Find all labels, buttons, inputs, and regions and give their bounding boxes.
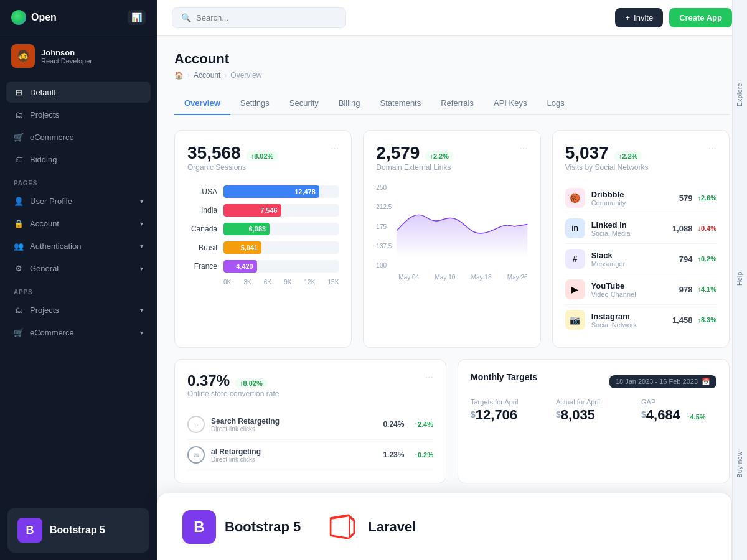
invite-button[interactable]: + Invite xyxy=(615,8,663,27)
home-icon[interactable]: 🏠 xyxy=(174,71,184,80)
search-input[interactable] xyxy=(196,13,337,22)
tab-api-keys[interactable]: API Keys xyxy=(484,92,537,115)
bootstrap-name: Bootstrap 5 xyxy=(225,519,301,535)
card-menu-icon[interactable]: ··· xyxy=(708,143,716,154)
tech-card: B Bootstrap 5 xyxy=(7,508,149,553)
bar-row: India 7,546 xyxy=(187,204,339,217)
laravel-tech: Laravel xyxy=(326,510,416,544)
cart-icon: 🛒 xyxy=(14,327,24,337)
sidebar-item-user-profile[interactable]: 👤 User Profile ▾ xyxy=(6,190,151,212)
plus-icon: + xyxy=(625,13,630,22)
tab-security[interactable]: Security xyxy=(280,92,329,115)
monthly-title: Monthly Targets xyxy=(471,372,537,382)
gap-metric: GAP $4,684 ↑4.5% xyxy=(641,398,716,423)
bootstrap-label: Bootstrap 5 xyxy=(50,525,105,536)
monthly-targets-card: Monthly Targets 18 Jan 2023 - 16 Feb 202… xyxy=(458,359,730,483)
sidebar-item-label: User Profile xyxy=(30,197,72,206)
bootstrap-icon: B xyxy=(17,518,42,543)
bar-row: USA 12,478 xyxy=(187,185,339,198)
retargeting-list: ○ Search Retargeting Direct link clicks … xyxy=(187,409,433,470)
tab-statements[interactable]: Statements xyxy=(370,92,431,115)
breadcrumb-parent[interactable]: Account xyxy=(194,71,220,80)
bar-row: France 4,420 xyxy=(187,260,339,273)
sidebar-item-general[interactable]: ⚙ General ▾ xyxy=(6,258,151,279)
sidebar-item-label: eCommerce xyxy=(30,133,74,142)
bootstrap-tech: B Bootstrap 5 xyxy=(182,510,301,544)
retargeting-row-2: ✉ al Retargeting Direct link clicks 1.23… xyxy=(187,440,433,470)
user-role: React Developer xyxy=(41,57,92,65)
create-app-button[interactable]: Create App xyxy=(669,8,732,27)
apps-label: APPS xyxy=(6,280,151,299)
tab-referrals[interactable]: Referrals xyxy=(431,92,484,115)
sidebar-item-ecommerce[interactable]: 🛒 eCommerce xyxy=(6,126,151,147)
social-list: 🏀 Dribbble Community 579 ↑2.6% xyxy=(565,183,716,335)
conversion-label: Online store convertion rate xyxy=(187,390,279,398)
page-title: Account xyxy=(174,51,730,67)
sidebar-item-ecommerce-app[interactable]: 🛒 eCommerce ▾ xyxy=(6,322,151,343)
search-box[interactable]: 🔍 xyxy=(172,7,346,28)
retargeting-icon: ○ xyxy=(187,416,205,433)
domain-links-value: 2,579 xyxy=(376,143,420,163)
line-chart-svg xyxy=(397,183,527,270)
sidebar-chart-btn[interactable]: 📊 xyxy=(128,10,146,25)
user-icon: 👤 xyxy=(14,196,24,206)
youtube-icon: ▶ xyxy=(565,279,585,299)
content-area: Account 🏠 › Account › Overview Overview … xyxy=(157,36,747,560)
tab-overview[interactable]: Overview xyxy=(174,92,230,115)
sidebar-header: Open 📊 xyxy=(0,0,157,35)
laravel-icon xyxy=(326,510,359,544)
card-menu-icon[interactable]: ··· xyxy=(425,372,433,383)
create-label: Create App xyxy=(679,13,722,22)
tech-banner: B Bootstrap 5 Laravel xyxy=(157,493,732,560)
buy-now-label[interactable]: Buy now xyxy=(736,451,743,478)
domain-links-change: ↑2.2% xyxy=(425,151,454,161)
chevron-icon: ▾ xyxy=(140,220,143,227)
bar-row: Canada 6,083 xyxy=(187,223,339,235)
domain-links-card: 2,579 ↑2.2% Domain External Links ··· 25… xyxy=(363,130,540,348)
card-menu-icon[interactable]: ··· xyxy=(519,143,527,154)
help-label[interactable]: Help xyxy=(736,271,743,286)
slack-icon: # xyxy=(565,249,585,269)
sidebar-item-bidding[interactable]: 🏷 Bidding xyxy=(6,149,151,170)
social-visits-change: ↑2.2% xyxy=(614,151,643,161)
chevron-icon: ▾ xyxy=(140,243,143,250)
topbar-actions: + Invite Create App xyxy=(615,8,732,27)
actual-metric: Actual for April $8,035 xyxy=(556,398,631,423)
pages-label: PAGES xyxy=(6,171,151,190)
logo-icon xyxy=(11,10,26,25)
linkedin-icon: in xyxy=(565,218,585,238)
sidebar: Open 📊 🧔 Johnson React Developer ⊞ Defau… xyxy=(0,0,157,560)
laravel-name: Laravel xyxy=(368,519,416,535)
search-icon: 🔍 xyxy=(181,13,191,22)
explore-label[interactable]: Explore xyxy=(736,83,743,106)
retargeting-row: ○ Search Retargeting Direct link clicks … xyxy=(187,409,433,440)
conversion-card: 0.37% ↑8.02% Online store convertion rat… xyxy=(174,359,446,483)
chevron-icon: ▾ xyxy=(140,198,143,205)
social-row-youtube: ▶ YouTube Video Channel 978 ↑4.1% xyxy=(565,274,716,305)
sidebar-item-authentication[interactable]: 👥 Authentication ▾ xyxy=(6,235,151,256)
social-row-linkedin: in Linked In Social Media 1,088 ↓0.4% xyxy=(565,213,716,244)
breadcrumb: 🏠 › Account › Overview xyxy=(174,71,730,80)
avatar: 🧔 xyxy=(11,44,35,68)
sidebar-item-label: Authentication xyxy=(30,241,81,251)
sidebar-item-account[interactable]: 🔒 Account ▾ xyxy=(6,213,151,234)
sidebar-item-projects-app[interactable]: 🗂 Projects ▾ xyxy=(6,299,151,320)
tab-billing[interactable]: Billing xyxy=(329,92,370,115)
card-menu-icon[interactable]: ··· xyxy=(331,143,339,154)
bar-axis: 0K 3K 6K 9K 12K 15K xyxy=(187,279,339,286)
sidebar-item-projects[interactable]: 🗂 Projects xyxy=(6,104,151,125)
sidebar-item-default[interactable]: ⊞ Default xyxy=(6,82,151,103)
tab-settings[interactable]: Settings xyxy=(230,92,280,115)
tab-logs[interactable]: Logs xyxy=(537,92,574,115)
user-name: Johnson xyxy=(41,48,92,57)
social-row-instagram: 📷 Instagram Social Network 1,458 ↑8.3% xyxy=(565,305,716,335)
social-row-dribbble: 🏀 Dribbble Community 579 ↑2.6% xyxy=(565,183,716,213)
cart-icon: 🛒 xyxy=(14,132,24,142)
organic-sessions-card: 35,568 ↑8.02% Organic Sessions ··· USA xyxy=(174,130,352,348)
grid-icon: ⊞ xyxy=(14,87,24,97)
date-range: 18 Jan 2023 - 16 Feb 2023 xyxy=(616,378,698,385)
right-panel: Explore Help Buy now xyxy=(732,0,747,560)
social-visits-card: 5,037 ↑2.2% Visits by Social Networks ··… xyxy=(552,130,730,348)
calendar-icon: 📅 xyxy=(702,378,710,386)
conversion-change: ↑8.02% xyxy=(235,378,268,388)
